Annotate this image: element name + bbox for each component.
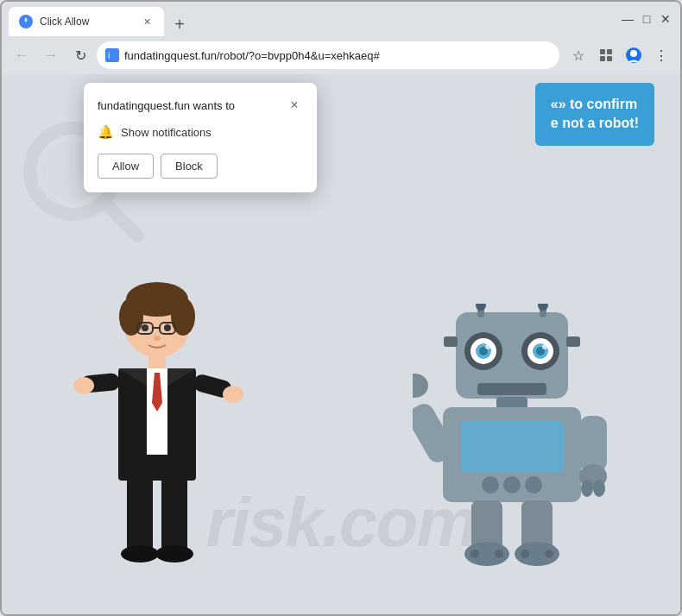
popup-buttons: Allow Block (98, 154, 303, 179)
permission-label-text: Show notifications (121, 126, 212, 139)
popup-close-button[interactable]: × (286, 97, 303, 114)
svg-point-19 (142, 324, 148, 331)
svg-rect-32 (127, 476, 153, 554)
svg-rect-62 (579, 416, 607, 472)
popup-header: fundatingquest.fun wants to × (98, 97, 303, 114)
svg-line-10 (105, 204, 138, 236)
svg-point-57 (482, 476, 499, 493)
menu-icon[interactable]: ⋮ (649, 43, 673, 67)
extensions-icon[interactable] (594, 43, 618, 67)
permission-popup: fundatingquest.fun wants to × 🔔 Show not… (84, 83, 317, 192)
svg-point-58 (503, 476, 521, 493)
cta-box: «» to confirm e not a robot! (535, 83, 654, 146)
tab-close-button[interactable]: ✕ (140, 15, 154, 28)
svg-point-34 (121, 545, 159, 563)
svg-point-8 (630, 50, 637, 57)
back-button[interactable]: ← (9, 42, 35, 68)
popup-permission-row: 🔔 Show notifications (98, 124, 303, 140)
window-controls: — □ ✕ (620, 11, 673, 27)
svg-rect-51 (444, 336, 458, 347)
tab-favicon (19, 15, 33, 28)
svg-rect-33 (161, 476, 187, 554)
minimize-button[interactable]: — (620, 11, 635, 27)
svg-point-61 (413, 374, 428, 398)
svg-point-31 (73, 377, 94, 394)
svg-rect-56 (460, 421, 564, 473)
svg-point-70 (470, 550, 479, 558)
robot-illustration (413, 304, 611, 580)
svg-point-35 (155, 545, 193, 563)
svg-point-49 (485, 344, 490, 349)
popup-title-text: fundatingquest.fun wants to (98, 99, 235, 112)
block-button[interactable]: Block (161, 154, 218, 179)
reload-button[interactable]: ↻ (67, 42, 93, 68)
person-illustration (71, 278, 243, 580)
allow-button[interactable]: Allow (98, 154, 154, 179)
page-content: «» to confirm e not a robot! (2, 74, 680, 614)
tab-bar: Click Allow ✕ + (9, 2, 616, 36)
site-security-icon: i (105, 48, 119, 62)
svg-point-29 (223, 386, 243, 403)
new-tab-button[interactable]: + (167, 12, 192, 36)
svg-rect-54 (496, 397, 527, 409)
svg-rect-3 (600, 49, 605, 54)
svg-point-73 (545, 550, 553, 558)
svg-point-40 (538, 304, 548, 311)
maximize-button[interactable]: □ (639, 11, 654, 27)
toolbar-icons: ☆ ⋮ (566, 43, 673, 67)
svg-point-71 (495, 550, 503, 558)
cta-line2: e not a robot! (551, 114, 639, 133)
svg-rect-5 (600, 56, 605, 61)
cta-line1: «» to confirm (551, 95, 639, 114)
svg-point-64 (581, 480, 593, 497)
close-button[interactable]: ✕ (658, 11, 673, 27)
svg-rect-53 (477, 383, 546, 395)
address-bar[interactable]: i fundatingquest.fun/robot/?o=bvpp0h4&u=… (97, 41, 559, 69)
bookmark-icon[interactable]: ☆ (566, 43, 590, 67)
svg-point-65 (593, 480, 605, 497)
svg-point-50 (542, 344, 547, 349)
svg-rect-4 (607, 49, 612, 54)
svg-point-14 (119, 298, 143, 336)
svg-rect-52 (566, 336, 580, 347)
svg-point-59 (525, 476, 542, 493)
svg-point-72 (521, 550, 529, 558)
svg-rect-6 (607, 56, 612, 61)
active-tab[interactable]: Click Allow ✕ (9, 7, 164, 36)
bell-icon: 🔔 (98, 124, 114, 140)
forward-button[interactable]: → (38, 42, 64, 68)
profile-icon[interactable] (622, 43, 646, 67)
browser-window: Click Allow ✕ + — □ ✕ ← → ↻ i fundatingq… (0, 0, 682, 616)
svg-point-21 (154, 336, 161, 341)
url-text: fundatingquest.fun/robot/?o=bvpp0h4&u=xe… (124, 49, 551, 62)
tab-title-text: Click Allow (40, 16, 133, 28)
svg-point-20 (164, 324, 171, 331)
svg-text:i: i (108, 51, 110, 60)
svg-point-38 (476, 304, 486, 311)
browser-toolbar: ← → ↻ i fundatingquest.fun/robot/?o=bvpp… (2, 36, 680, 74)
title-bar: Click Allow ✕ + — □ ✕ (2, 2, 680, 36)
